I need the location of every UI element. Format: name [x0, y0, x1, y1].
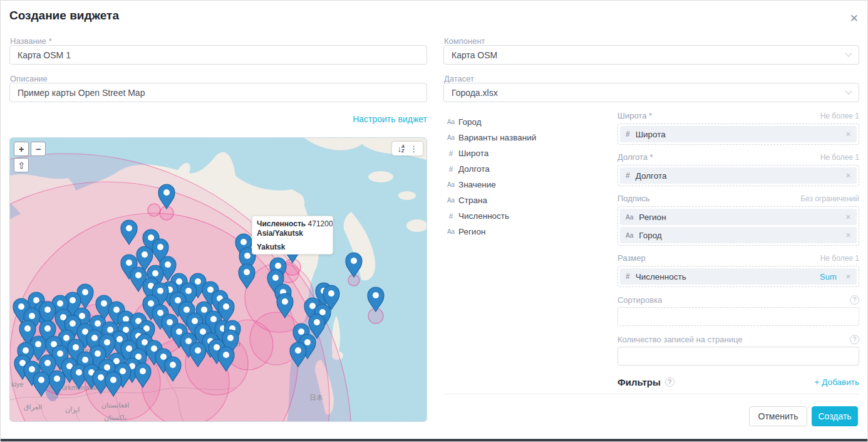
plus-icon: +: [814, 377, 819, 387]
text-type-icon: Aa: [445, 228, 457, 235]
field-name: Город: [458, 117, 482, 127]
slot-limit: Не более 1: [820, 112, 859, 120]
chip-долгота[interactable]: #Долгота✕: [620, 167, 857, 184]
component-select[interactable]: Карта OSM: [443, 45, 859, 65]
remove-chip-icon[interactable]: ✕: [845, 273, 851, 281]
field-name: Долгота: [458, 164, 490, 174]
field-item-численность[interactable]: #Численность: [445, 208, 609, 224]
dataset-fields-list: AaГородAaВарианты названий#Широта#Долгот…: [445, 114, 609, 239]
sorting-dropzone[interactable]: [617, 307, 859, 326]
help-icon[interactable]: ?: [850, 295, 859, 305]
slot-долгота-: Долгота *Не более 1#Долгота✕: [617, 152, 859, 186]
slot-dropzone[interactable]: AaРегион✕AaГород✕: [617, 206, 859, 246]
map-fit-bounds-button[interactable]: ⇧: [14, 158, 29, 172]
field-item-долгота[interactable]: #Долгота: [445, 161, 609, 177]
cancel-button[interactable]: Отменить: [749, 406, 807, 426]
dataset-label: Датасет: [444, 74, 474, 83]
mapping-column: Широта *Не более 1#Широта✕Долгота *Не бо…: [617, 111, 859, 387]
map-preview[interactable]: ҚазақстанМонголулсO'zbekistonTürkmenista…: [9, 137, 427, 422]
slot-label: Широта *: [617, 111, 652, 120]
footer-divider: [443, 394, 859, 394]
close-icon[interactable]: ✕: [850, 13, 859, 24]
text-type-icon: Aa: [626, 214, 633, 221]
chip-name: Город: [639, 231, 662, 240]
chip-город[interactable]: AaГород✕: [620, 227, 857, 243]
slot-label: Подпись: [617, 194, 649, 203]
field-item-значение[interactable]: AaЗначение: [445, 177, 609, 192]
slot-подпись: ПодписьБез ограниченийAaРегион✕AaГород✕: [617, 194, 859, 246]
country-label: افغانستان: [101, 401, 130, 409]
chevron-down-icon: [845, 87, 852, 94]
chip-регион[interactable]: AaРегион✕: [620, 209, 857, 225]
field-name: Регион: [458, 227, 485, 236]
field-name: Страна: [458, 196, 487, 205]
bottom-border: [1, 439, 867, 441]
slot-label: Долгота *: [617, 152, 653, 162]
country-label: kiye: [11, 381, 24, 388]
country-label: العراق: [24, 403, 42, 411]
field-item-город[interactable]: AaГород: [445, 114, 609, 130]
kebab-menu-icon[interactable]: ⋮: [410, 145, 418, 153]
slot-размер: РазмерНе более 1#ЧисленностьSum✕: [617, 253, 859, 287]
map-toolbar: ↓ AZ ⋮: [392, 142, 423, 155]
remove-chip-icon[interactable]: ✕: [845, 172, 851, 180]
filters-row: Фильтры ? +Добавить: [617, 377, 859, 387]
field-name: Численность: [458, 211, 509, 221]
number-type-icon: #: [626, 171, 630, 180]
dataset-select[interactable]: Города.xlsx: [443, 83, 859, 102]
text-type-icon: Aa: [626, 232, 633, 239]
chip-name: Численность: [636, 272, 686, 282]
page-size-header: Количество записей на странице ?: [617, 334, 859, 344]
chip-численность[interactable]: #ЧисленностьSum✕: [620, 268, 857, 285]
slot-dropzone[interactable]: #Долгота✕: [617, 165, 859, 186]
filters-title: Фильтры ?: [617, 377, 674, 387]
remove-chip-icon[interactable]: ✕: [845, 130, 851, 139]
slot-limit: Без ограничений: [800, 194, 859, 203]
add-filter-button[interactable]: +Добавить: [814, 377, 859, 387]
name-input[interactable]: [9, 45, 427, 65]
field-item-регион[interactable]: AaРегион: [445, 224, 609, 239]
number-type-icon: #: [626, 130, 630, 139]
chip-name: Регион: [639, 213, 666, 222]
component-label: Компонент: [444, 36, 485, 46]
sorting-label: Сортировка: [617, 295, 662, 305]
map-zoom-out-button[interactable]: −: [31, 142, 46, 156]
tooltip-city: Yakutsk: [257, 243, 328, 251]
description-input[interactable]: [9, 83, 427, 102]
country-label: 日本: [309, 394, 323, 401]
page-title: Создание виджета: [9, 9, 119, 23]
tooltip-population: Численность 471200,00: [257, 219, 328, 228]
slot-dropzone[interactable]: #Широта✕: [617, 124, 859, 145]
configure-widget-link[interactable]: Настроить виджет: [9, 114, 427, 124]
chip-широта[interactable]: #Широта✕: [620, 126, 857, 142]
help-icon[interactable]: ?: [850, 335, 859, 344]
remove-chip-icon[interactable]: ✕: [845, 231, 851, 239]
chip-name: Долгота: [636, 171, 667, 181]
create-button[interactable]: Создать: [812, 406, 858, 426]
field-name: Варианты названий: [458, 133, 536, 142]
help-icon[interactable]: ?: [665, 377, 674, 387]
country-label: ايران: [65, 406, 80, 414]
field-item-широта[interactable]: #Широта: [445, 145, 609, 161]
field-item-варианты-названий[interactable]: AaВарианты названий: [445, 130, 609, 145]
field-item-страна[interactable]: AaСтрана: [445, 192, 609, 208]
widget-creation-dialog: Создание виджета ✕ Название * Описание Н…: [0, 0, 868, 442]
chip-name: Широта: [636, 130, 666, 139]
slot-label: Размер: [617, 253, 646, 263]
number-type-icon: #: [626, 272, 630, 281]
sort-icon[interactable]: ↓ AZ: [397, 144, 405, 153]
aggregation-label[interactable]: Sum: [820, 272, 837, 282]
number-type-icon: #: [445, 212, 457, 221]
slot-dropzone[interactable]: #ЧисленностьSum✕: [617, 266, 859, 287]
slot-limit: Не более 1: [820, 153, 859, 162]
field-name: Значение: [458, 180, 496, 189]
description-label: Описание: [10, 74, 48, 83]
map-zoom-in-button[interactable]: +: [14, 142, 29, 156]
remove-chip-icon[interactable]: ✕: [845, 213, 851, 221]
page-size-label: Количество записей на странице: [617, 335, 742, 344]
radius-circle: [148, 204, 160, 216]
field-name: Широта: [458, 149, 488, 158]
sorting-header: Сортировка ?: [617, 295, 859, 305]
map-canvas: ҚазақстанМонголулсO'zbekistonTürkmenista…: [10, 138, 427, 422]
page-size-input[interactable]: [617, 347, 859, 366]
